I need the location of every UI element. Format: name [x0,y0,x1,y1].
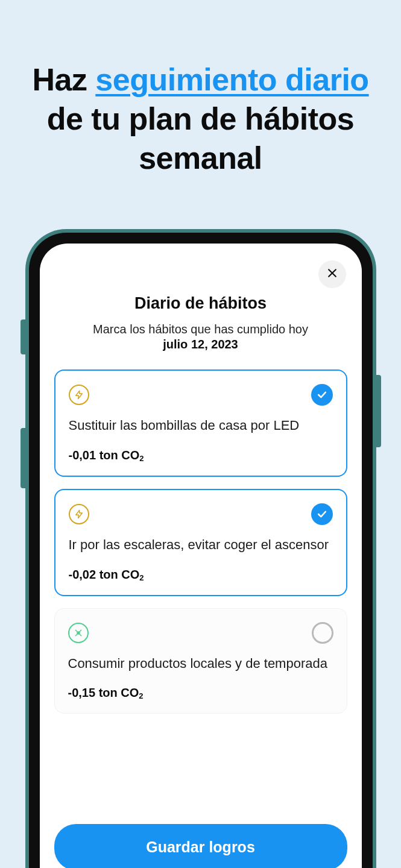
phone-side-button [21,319,25,354]
modal-subtitle: Marca los hábitos que has cumplido hoy [54,322,347,336]
close-button[interactable] [318,260,346,288]
habit-card[interactable]: Consumir productos locales y de temporad… [54,608,347,714]
app-screen: Diario de hábitos Marca los hábitos que … [40,244,362,868]
close-icon [326,267,338,281]
promo-text-highlight: seguimiento diario [95,62,368,97]
phone-mockup: Diario de hábitos Marca los hábitos que … [25,229,376,868]
phone-power-button [376,375,381,447]
habit-checkbox[interactable] [312,622,333,644]
bolt-icon [69,385,89,405]
bolt-icon [69,504,89,524]
promo-text-post: de tu plan de hábitos semanal [47,101,355,175]
habit-list: Sustituir las bombillas de casa por LED … [54,370,347,812]
habit-metric: -0,01 ton CO2 [69,448,333,462]
phone-volume-button [21,428,25,488]
habit-metric: -0,02 ton CO2 [69,568,333,582]
habit-title: Ir por las escaleras, evitar coger el as… [69,536,333,555]
modal-title: Diario de hábitos [54,294,347,313]
habit-title: Consumir productos locales y de temporad… [68,655,333,673]
svg-marker-3 [75,510,82,518]
svg-marker-2 [75,391,82,398]
save-button[interactable]: Guardar logros [54,824,347,868]
habit-title: Sustituir las bombillas de casa por LED [69,417,333,435]
habit-card[interactable]: Sustituir las bombillas de casa por LED … [54,370,347,477]
habit-card[interactable]: Ir por las escaleras, evitar coger el as… [54,489,347,596]
promo-headline: Haz seguimiento diario de tu plan de háb… [0,0,401,178]
habit-checkbox[interactable] [311,503,333,525]
save-button-label: Guardar logros [146,838,255,855]
promo-text-pre: Haz [32,62,95,97]
modal-header: Diario de hábitos Marca los hábitos que … [54,294,347,351]
habit-metric: -0,15 ton CO2 [68,686,333,700]
habit-checkbox[interactable] [311,384,333,406]
food-icon [68,623,89,643]
modal-date: julio 12, 2023 [54,338,347,351]
